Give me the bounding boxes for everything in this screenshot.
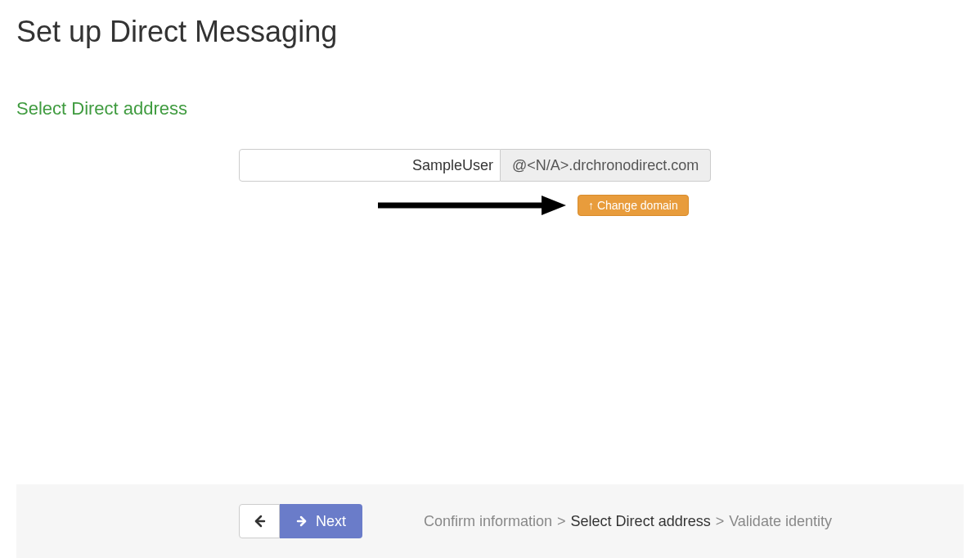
breadcrumb-step-select: Select Direct address: [571, 513, 711, 530]
next-button[interactable]: Next: [280, 504, 362, 538]
back-button[interactable]: [239, 504, 280, 538]
breadcrumb-step-validate: Validate identity: [729, 513, 832, 530]
change-domain-row: ↑ Change domain: [239, 193, 980, 223]
breadcrumb: Confirm information > Select Direct addr…: [424, 513, 832, 530]
svg-marker-1: [542, 196, 566, 215]
breadcrumb-sep: >: [557, 513, 566, 530]
breadcrumb-step-confirm: Confirm information: [424, 513, 552, 530]
footer-bar: Next Confirm information > Select Direct…: [16, 484, 964, 558]
section-title: Select Direct address: [0, 49, 980, 119]
direct-address-input[interactable]: [239, 149, 501, 182]
arrow-left-icon: [252, 514, 267, 529]
next-button-label: Next: [316, 513, 346, 530]
pointer-arrow-icon: [378, 193, 566, 218]
arrow-right-icon: [296, 515, 309, 528]
nav-buttons: Next: [239, 504, 362, 538]
direct-address-row: @<N/A>.drchronodirect.com: [239, 149, 980, 182]
page-title: Set up Direct Messaging: [0, 0, 980, 49]
breadcrumb-sep: >: [716, 513, 725, 530]
domain-suffix-label: @<N/A>.drchronodirect.com: [501, 149, 711, 182]
change-domain-button[interactable]: ↑ Change domain: [578, 195, 689, 216]
